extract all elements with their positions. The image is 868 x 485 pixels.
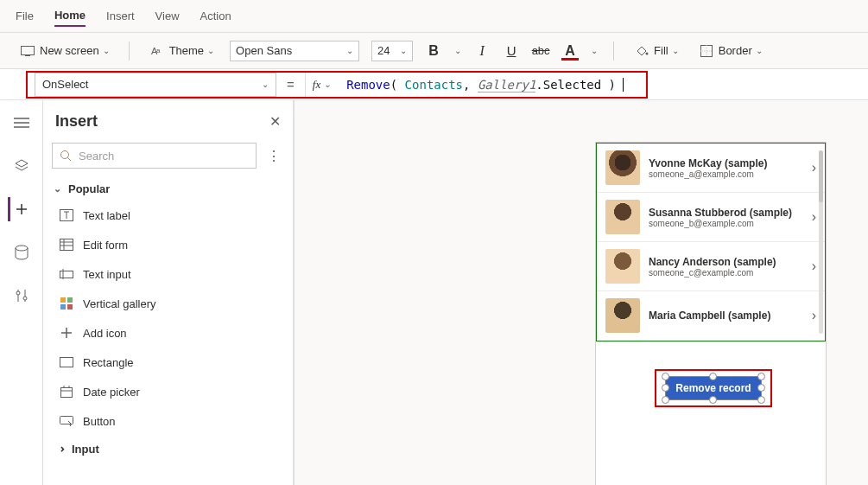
svg-text:a: a xyxy=(156,47,161,54)
chevron-down-icon: ⌄ xyxy=(400,46,407,55)
contact-email: someone_a@example.com xyxy=(649,169,803,179)
avatar xyxy=(605,200,640,234)
search-icon xyxy=(60,150,72,162)
insert-item-label: Text label xyxy=(83,209,130,222)
category-input[interactable]: ⌄ Input xyxy=(43,436,293,463)
svg-rect-29 xyxy=(60,297,66,303)
gallery-row[interactable]: Maria Campbell (sample) › xyxy=(597,291,825,340)
formula-input[interactable]: Remove( Contacts, Gallery1.Selected ) xyxy=(338,78,868,92)
strikethrough-button[interactable]: abc xyxy=(532,44,549,57)
svg-rect-32 xyxy=(67,304,73,310)
menu-action[interactable]: Action xyxy=(200,6,231,26)
font-family-select[interactable]: Open Sans ⌄ xyxy=(230,41,359,61)
chevron-down-icon: ⌄ xyxy=(756,46,763,55)
text-input-icon xyxy=(59,266,74,282)
remove-record-button[interactable]: Remove record xyxy=(665,376,762,400)
new-screen-label: New screen xyxy=(40,44,99,57)
insert-item-vertical-gallery[interactable]: Vertical gallery xyxy=(43,289,293,318)
gallery-row[interactable]: Yvonne McKay (sample) someone_a@example.… xyxy=(597,144,825,193)
formula-fn: Remove xyxy=(346,78,390,92)
contact-name: Nancy Anderson (sample) xyxy=(649,256,803,268)
resize-handle[interactable] xyxy=(662,384,669,392)
chevron-down-icon: ⌄ xyxy=(454,46,461,55)
border-label: Border xyxy=(719,44,752,57)
search-placeholder: Search xyxy=(79,150,114,163)
chevron-right-icon[interactable]: › xyxy=(812,258,816,274)
category-label: Popular xyxy=(68,182,110,195)
button-icon xyxy=(59,413,74,429)
data-button[interactable] xyxy=(10,240,34,265)
italic-button[interactable]: I xyxy=(473,43,491,59)
property-select[interactable]: OnSelect ⌄ xyxy=(35,73,276,97)
resize-handle[interactable] xyxy=(709,373,717,380)
menu-file[interactable]: File xyxy=(16,6,34,26)
settings-button[interactable] xyxy=(10,284,34,308)
search-input[interactable]: Search xyxy=(52,143,257,169)
resize-handle[interactable] xyxy=(757,373,765,380)
screen-frame[interactable]: Yvonne McKay (sample) someone_a@example.… xyxy=(595,142,827,485)
gallery-row[interactable]: Nancy Anderson (sample) someone_c@exampl… xyxy=(597,242,825,291)
scrollbar[interactable] xyxy=(819,150,823,334)
property-value: OnSelect xyxy=(42,78,88,91)
fx-button[interactable]: fx ⌄ xyxy=(305,73,338,97)
tree-view-button[interactable] xyxy=(10,111,34,135)
insert-item-text-input[interactable]: Text input xyxy=(43,259,293,289)
chevron-right-icon[interactable]: › xyxy=(812,160,816,175)
insert-item-text-label[interactable]: Text label xyxy=(43,201,293,230)
insert-item-edit-form[interactable]: Edit form xyxy=(43,230,293,259)
chevron-down-icon: ⌄ xyxy=(324,80,331,89)
font-size-select[interactable]: 24 ⌄ xyxy=(371,41,413,61)
contact-name: Yvonne McKay (sample) xyxy=(649,157,803,169)
insert-item-label: Rectangle xyxy=(83,356,134,369)
resize-handle[interactable] xyxy=(662,373,669,380)
theme-button[interactable]: Aa Theme ⌄ xyxy=(145,42,218,59)
resize-handle[interactable] xyxy=(662,396,669,404)
gallery-row[interactable]: Susanna Stubberod (sample) someone_b@exa… xyxy=(597,193,825,242)
bold-button[interactable]: B xyxy=(425,43,442,59)
avatar xyxy=(605,249,640,284)
menu-insert[interactable]: Insert xyxy=(106,6,135,26)
theme-icon: Aa xyxy=(149,45,166,57)
main-area: Insert ✕ Search ⋮ ⌄ Popular Text label E… xyxy=(0,100,868,485)
toolbar: New screen ⌄ Aa Theme ⌄ Open Sans ⌄ 24 ⌄… xyxy=(0,33,868,69)
insert-item-date-picker[interactable]: Date picker xyxy=(43,377,293,406)
chevron-down-icon: ⌄ xyxy=(346,46,353,55)
insert-item-rectangle[interactable]: Rectangle xyxy=(43,348,293,377)
underline-button[interactable]: U xyxy=(503,43,520,58)
category-popular[interactable]: ⌄ Popular xyxy=(43,174,293,201)
menu-home[interactable]: Home xyxy=(54,5,86,27)
svg-rect-40 xyxy=(60,417,73,424)
resize-handle[interactable] xyxy=(757,384,765,392)
canvas[interactable]: Yvonne McKay (sample) someone_a@example.… xyxy=(294,100,868,485)
more-icon[interactable]: ⋮ xyxy=(263,148,284,164)
left-rail xyxy=(0,100,43,485)
chevron-down-icon: ⌄ xyxy=(207,46,214,55)
rectangle-icon xyxy=(59,354,74,370)
avatar xyxy=(605,150,640,185)
layers-button[interactable] xyxy=(10,154,34,178)
new-screen-button[interactable]: New screen ⌄ xyxy=(16,42,113,59)
divider xyxy=(129,41,130,61)
contact-name: Maria Campbell (sample) xyxy=(649,310,803,322)
resize-handle[interactable] xyxy=(709,396,717,404)
insert-rail-button[interactable] xyxy=(8,197,32,221)
menu-view[interactable]: View xyxy=(155,6,180,26)
avatar xyxy=(605,298,640,333)
chevron-down-icon: ⌄ xyxy=(262,80,269,89)
fill-button[interactable]: Fill ⌄ xyxy=(630,42,682,59)
insert-item-button[interactable]: Button xyxy=(43,406,293,436)
chevron-right-icon[interactable]: › xyxy=(812,308,816,323)
svg-rect-31 xyxy=(60,304,66,310)
menu-bar: File Home Insert View Action xyxy=(0,0,868,33)
insert-item-label: Vertical gallery xyxy=(83,297,156,310)
chevron-right-icon[interactable]: › xyxy=(812,209,816,225)
font-color-button[interactable]: A xyxy=(561,43,579,59)
formula-arg1: Contacts xyxy=(405,78,463,92)
chevron-down-icon: ⌄ xyxy=(54,183,61,195)
formula-arg2a: Gallery1 xyxy=(478,78,535,93)
border-button[interactable]: Border ⌄ xyxy=(694,42,766,59)
gallery-control[interactable]: Yvonne McKay (sample) someone_a@example.… xyxy=(596,143,826,341)
resize-handle[interactable] xyxy=(757,396,765,404)
insert-item-add-icon[interactable]: Add icon xyxy=(43,318,293,348)
close-icon[interactable]: ✕ xyxy=(269,113,281,130)
